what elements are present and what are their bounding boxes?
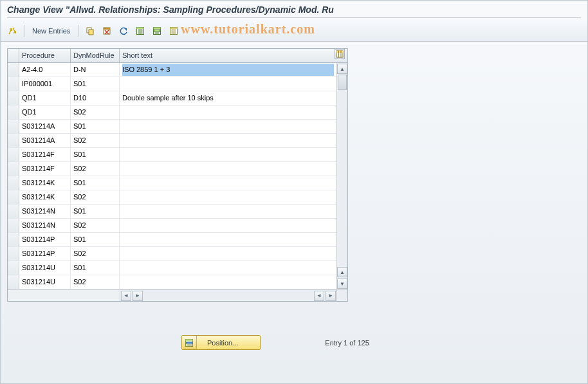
dynmodrule-input[interactable]	[73, 163, 116, 175]
cell-dynmodrule[interactable]	[71, 120, 120, 133]
row-selector[interactable]	[8, 162, 19, 176]
short-text-input[interactable]	[122, 64, 334, 76]
delete-icon[interactable]	[100, 25, 113, 37]
cell-short-text[interactable]	[120, 219, 336, 232]
short-text-input[interactable]	[122, 248, 334, 260]
row-selector[interactable]	[8, 247, 19, 261]
cell-dynmodrule[interactable]	[71, 275, 120, 289]
cell-dynmodrule[interactable]	[71, 219, 120, 232]
cell-short-text[interactable]	[120, 176, 336, 190]
cell-dynmodrule[interactable]	[71, 190, 120, 204]
procedure-input[interactable]	[22, 163, 68, 175]
column-header-short-text[interactable]: Short text	[120, 49, 335, 62]
cell-short-text[interactable]	[120, 261, 336, 275]
row-selector[interactable]	[8, 275, 19, 289]
short-text-input[interactable]	[122, 276, 334, 288]
dynmodrule-input[interactable]	[73, 276, 116, 288]
procedure-input[interactable]	[22, 276, 68, 288]
cell-procedure[interactable]	[19, 134, 71, 147]
cell-procedure[interactable]	[19, 120, 71, 133]
scroll-up-step-icon[interactable]: ▲	[337, 267, 347, 277]
copy-as-icon[interactable]	[84, 25, 96, 37]
row-selector[interactable]	[8, 190, 19, 204]
dynmodrule-input[interactable]	[73, 248, 116, 260]
scroll-down-icon[interactable]: ▼	[337, 279, 347, 289]
short-text-input[interactable]	[122, 149, 334, 161]
row-selector[interactable]	[8, 77, 19, 91]
procedure-input[interactable]	[22, 248, 68, 260]
row-selector[interactable]	[8, 148, 19, 161]
cell-short-text[interactable]	[120, 233, 336, 246]
cell-procedure[interactable]	[19, 190, 71, 204]
short-text-input[interactable]	[122, 233, 334, 246]
cell-short-text[interactable]	[120, 162, 336, 176]
cell-dynmodrule[interactable]	[71, 91, 120, 105]
cell-short-text[interactable]	[120, 77, 336, 91]
select-block-icon[interactable]	[151, 25, 163, 37]
procedure-input[interactable]	[22, 191, 68, 203]
position-button[interactable]: Position...	[181, 335, 261, 350]
dynmodrule-input[interactable]	[73, 92, 116, 104]
dynmodrule-input[interactable]	[73, 233, 116, 246]
short-text-input[interactable]	[122, 78, 334, 90]
column-header-procedure[interactable]: Procedure	[19, 49, 71, 62]
short-text-input[interactable]	[122, 106, 334, 118]
scroll-left-icon[interactable]: ◄	[121, 291, 131, 301]
cell-procedure[interactable]	[19, 219, 71, 232]
other-view-icon[interactable]	[6, 25, 19, 37]
cell-dynmodrule[interactable]	[71, 176, 120, 190]
procedure-input[interactable]	[22, 149, 68, 161]
procedure-input[interactable]	[22, 92, 68, 104]
procedure-input[interactable]	[22, 262, 68, 274]
dynmodrule-input[interactable]	[73, 191, 116, 203]
cell-dynmodrule[interactable]	[71, 134, 120, 147]
cell-dynmodrule[interactable]	[71, 63, 120, 77]
procedure-input[interactable]	[22, 78, 68, 90]
cell-short-text[interactable]	[120, 247, 336, 261]
cell-short-text[interactable]	[120, 134, 336, 147]
cell-short-text[interactable]	[120, 91, 336, 105]
row-selector-header[interactable]	[8, 49, 19, 62]
cell-dynmodrule[interactable]	[71, 205, 120, 218]
dynmodrule-input[interactable]	[73, 134, 116, 147]
dynmodrule-input[interactable]	[73, 106, 116, 118]
cell-procedure[interactable]	[19, 63, 71, 77]
row-selector[interactable]	[8, 219, 19, 232]
procedure-input[interactable]	[22, 64, 68, 76]
cell-procedure[interactable]	[19, 77, 71, 91]
row-selector[interactable]	[8, 205, 19, 218]
horizontal-scrollbar-left[interactable]: ◄ ►	[120, 291, 143, 300]
short-text-input[interactable]	[122, 262, 334, 274]
horizontal-scrollbar-right[interactable]: ◄ ►	[313, 291, 336, 300]
scroll-thumb[interactable]	[338, 75, 347, 90]
procedure-input[interactable]	[22, 177, 68, 189]
select-all-icon[interactable]	[134, 25, 147, 37]
scroll-up-icon[interactable]: ▲	[337, 64, 347, 74]
cell-procedure[interactable]	[19, 233, 71, 246]
cell-dynmodrule[interactable]	[71, 261, 120, 275]
dynmodrule-input[interactable]	[73, 149, 116, 161]
cell-procedure[interactable]	[19, 247, 71, 261]
cell-short-text[interactable]	[120, 105, 336, 119]
short-text-input[interactable]	[122, 120, 334, 133]
vertical-scrollbar[interactable]: ▲ ▲ ▼	[336, 63, 347, 289]
dynmodrule-input[interactable]	[73, 262, 116, 274]
dynmodrule-input[interactable]	[73, 78, 116, 90]
dynmodrule-input[interactable]	[73, 219, 116, 232]
cell-procedure[interactable]	[19, 275, 71, 289]
short-text-input[interactable]	[122, 92, 334, 104]
row-selector[interactable]	[8, 91, 19, 105]
procedure-input[interactable]	[22, 233, 68, 246]
deselect-all-icon[interactable]	[167, 25, 180, 37]
cell-short-text[interactable]	[120, 275, 336, 289]
cell-procedure[interactable]	[19, 261, 71, 275]
procedure-input[interactable]	[22, 120, 68, 133]
row-selector[interactable]	[8, 120, 19, 133]
row-selector[interactable]	[8, 261, 19, 275]
procedure-input[interactable]	[22, 205, 68, 217]
cell-short-text[interactable]	[120, 190, 336, 204]
cell-procedure[interactable]	[19, 205, 71, 218]
cell-dynmodrule[interactable]	[71, 105, 120, 119]
cell-dynmodrule[interactable]	[71, 233, 120, 246]
row-selector[interactable]	[8, 134, 19, 147]
